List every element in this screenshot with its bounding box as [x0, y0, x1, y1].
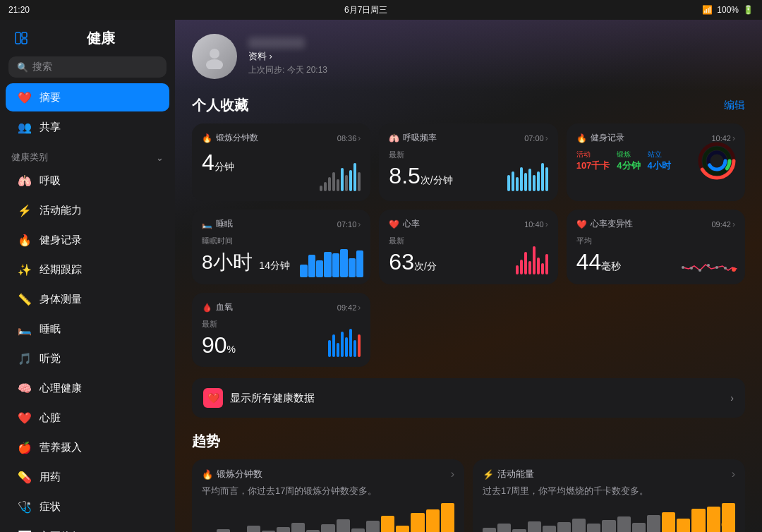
card-hrv[interactable]: ❤️ 心率变异性 09:42 › 平均 44毫秒 [567, 210, 745, 284]
trend-bar [647, 515, 660, 532]
trend-bar [217, 529, 230, 532]
chevron-right-icon: › [545, 219, 548, 229]
card-title-row: ❤️ 心率变异性 [576, 218, 633, 230]
battery-level: 100% [717, 5, 739, 15]
search-bar[interactable]: 🔍 搜索 [8, 56, 167, 78]
sidebar-item-label: 健身记录 [40, 234, 82, 247]
sidebar-item-breathing[interactable]: 🫁 呼吸 [6, 167, 169, 195]
trend-card-energy[interactable]: ⚡ 活动能量 › 过去17周里，你平均燃烧的千卡数变多。 670 [473, 459, 745, 532]
heart-icon: ❤️ [17, 410, 32, 425]
sidebar-item-vitals[interactable]: 📊 主要体征 [6, 522, 169, 532]
chart-bar [337, 179, 339, 191]
sidebar-item-summary[interactable]: ❤️ 摘要 [6, 83, 169, 111]
card-header: 🩸 血氧 09:42 › [202, 301, 361, 313]
card-workout-minutes[interactable]: 🔥 锻炼分钟数 08:36 › 4分钟 [192, 123, 370, 201]
trend-bar [512, 529, 526, 532]
chevron-right-icon: › [358, 133, 361, 143]
hrv-line-chart [682, 253, 738, 274]
heart-rate-icon: ❤️ [389, 219, 399, 229]
card-header: 🛏️ 睡眠 07:10 › [202, 218, 361, 230]
card-breath-rate[interactable]: 🫁 呼吸频率 07:00 › 最新 8.5次/分钟 [379, 123, 557, 201]
trend-bar [691, 509, 705, 532]
avatar-inner [192, 34, 237, 79]
fitness-record-icon: 🔥 [576, 133, 587, 143]
edit-link[interactable]: 编辑 [724, 99, 745, 112]
card-chart [328, 329, 361, 357]
svg-point-17 [732, 267, 736, 272]
trend-bar [483, 528, 496, 532]
trend-bar [497, 524, 511, 532]
status-date: 6月7日周三 [344, 4, 387, 16]
sidebar-item-body[interactable]: 📏 身体测量 [6, 285, 169, 313]
sleep-bar [324, 252, 331, 277]
trend-bar [543, 526, 556, 532]
trend-bar [528, 521, 541, 532]
card-chart [516, 246, 548, 274]
chart-bar [320, 186, 322, 191]
card-time: 07:00 › [524, 133, 548, 143]
trend-bar [351, 528, 365, 532]
sidebar-item-share[interactable]: 👥 共享 [6, 113, 169, 141]
sidebar-item-fitness[interactable]: 🔥 健身记录 [6, 226, 169, 254]
chart-bar [533, 175, 536, 191]
trend-bar [602, 520, 615, 532]
trend-bar [381, 516, 394, 532]
sidebar-item-heart[interactable]: ❤️ 心脏 [6, 404, 169, 432]
card-title: 呼吸频率 [403, 132, 437, 144]
sidebar: 健康 🔍 搜索 ❤️ 摘要 👥 共享 健康类别 ⌄ 🫁 呼吸 ⚡ 活动能力 🔥 [0, 20, 175, 532]
trend-max-value2: 670 [721, 520, 735, 530]
sidebar-item-hearing[interactable]: 🎵 听觉 [6, 344, 169, 373]
trends-title: 趋势 [175, 429, 762, 459]
section-collapse-icon[interactable]: ⌄ [156, 152, 164, 163]
sidebar-item-mental[interactable]: 🧠 心理健康 [6, 374, 169, 402]
personal-favorites-header: 个人收藏 编辑 [175, 90, 762, 123]
search-icon: 🔍 [17, 62, 28, 73]
chart-bar [516, 177, 519, 191]
sidebar-item-symptoms[interactable]: 🩺 症状 [6, 492, 169, 521]
trend-title: 🔥 锻炼分钟数 [202, 468, 262, 480]
trend-bar [291, 523, 305, 532]
sleep-bar [316, 260, 323, 277]
trend-card-workout[interactable]: 🔥 锻炼分钟数 › 平均而言，你过去17周的锻炼分钟数变多。 55 [192, 459, 464, 532]
sidebar-item-cycle[interactable]: ✨ 经期跟踪 [6, 255, 169, 284]
sidebar-item-activity[interactable]: ⚡ 活动能力 [6, 196, 169, 224]
chart-bar [528, 261, 531, 274]
trend-chart [483, 503, 735, 532]
sidebar-item-label: 经期跟踪 [40, 263, 82, 277]
hrv-icon: ❤️ [576, 219, 587, 229]
svg-point-4 [206, 59, 223, 69]
fitness-stat-activity: 活动 107千卡 [576, 150, 610, 172]
stand-label: 站立 [648, 150, 671, 159]
profile-header: 资料 › 上次同步: 今天 20:13 [175, 20, 762, 90]
trend-bar [572, 519, 586, 532]
trend-bar [277, 527, 290, 532]
avatar [192, 34, 237, 79]
card-title: 睡眠 [216, 218, 233, 230]
card-sleep[interactable]: 🛏️ 睡眠 07:10 › 睡眠时间 8小时 14分钟 [192, 210, 370, 284]
chevron-right-icon: › [358, 219, 361, 229]
workout-icon: 🔥 [202, 133, 212, 143]
trends-grid: 🔥 锻炼分钟数 › 平均而言，你过去17周的锻炼分钟数变多。 55 [175, 459, 762, 532]
chart-bar [337, 343, 339, 357]
sidebar-toggle-button[interactable] [11, 28, 31, 48]
trend-bar [366, 521, 380, 532]
sidebar-item-meds[interactable]: 💊 用药 [6, 463, 169, 491]
sidebar-item-sleep[interactable]: 🛏️ 睡眠 [6, 315, 169, 343]
empty-col-2 [567, 293, 745, 367]
card-heart-rate[interactable]: ❤️ 心率 10:40 › 最新 63次/分 [379, 210, 557, 284]
card-fitness-record[interactable]: 🔥 健身记录 10:42 › 活动 107千卡 锻炼 4分钟 [567, 123, 745, 201]
trend-bar [632, 523, 646, 532]
sleep-card-icon: 🛏️ [202, 219, 212, 229]
trend-bar [707, 507, 720, 532]
chevron-right-icon: › [545, 133, 548, 143]
profile-link[interactable]: 资料 › [248, 50, 327, 63]
sidebar-item-nutrition[interactable]: 🍎 营养摄入 [6, 433, 169, 461]
trend-max-value: 55 [445, 520, 454, 530]
card-title-row: 🫁 呼吸频率 [389, 132, 437, 144]
chart-bar [533, 246, 536, 274]
chart-bar [545, 254, 548, 274]
card-blood-oxygen[interactable]: 🩸 血氧 09:42 › 最新 90% [192, 293, 370, 367]
chevron-right-icon: › [732, 219, 735, 229]
chart-bar [353, 340, 356, 357]
show-all-button[interactable]: ❤️ 显示所有健康数据 › [192, 378, 745, 418]
